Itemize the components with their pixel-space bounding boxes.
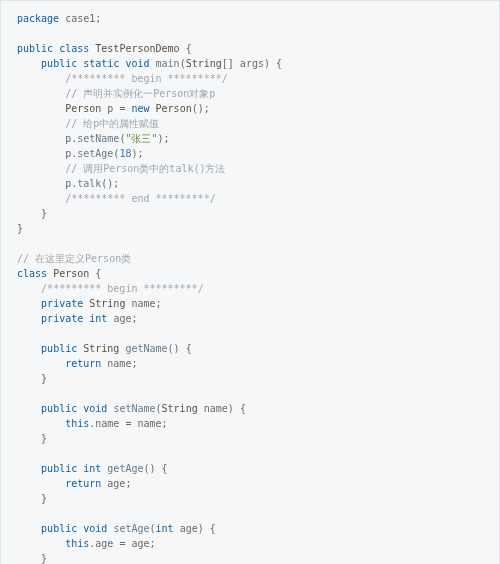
brace: } [17, 223, 23, 234]
kw-return: return [65, 358, 101, 369]
kw-void: void [83, 403, 107, 414]
kw-void: void [125, 58, 149, 69]
arg: age [180, 523, 198, 534]
method: setAge [113, 523, 149, 534]
number: 18 [119, 148, 131, 159]
sig: () [168, 343, 180, 354]
op: = [119, 538, 125, 549]
semi: ; [156, 298, 162, 309]
class-name: Person [53, 268, 89, 279]
brace: } [41, 373, 47, 384]
type: String [83, 343, 119, 354]
semi: ; [131, 358, 137, 369]
call: (); [192, 103, 210, 114]
comment: /********* begin *********/ [41, 283, 204, 294]
kw-return: return [65, 478, 101, 489]
kw-void: void [83, 523, 107, 534]
field: name [95, 418, 119, 429]
paren: ) [198, 523, 204, 534]
kw-public: public [17, 43, 53, 54]
kw-static: static [83, 58, 119, 69]
type: int [89, 313, 107, 324]
var: name [131, 298, 155, 309]
semi: ; [95, 13, 101, 24]
comment: // 在这里定义Person类 [17, 253, 131, 264]
brace: { [95, 268, 101, 279]
arg-type: String [186, 58, 222, 69]
brace: } [41, 553, 47, 564]
arg: args [240, 58, 264, 69]
arg: name [204, 403, 228, 414]
method: talk [77, 178, 101, 189]
semi: ; [131, 313, 137, 324]
kw-public: public [41, 463, 77, 474]
kw-public: public [41, 58, 77, 69]
comment: /********* end *********/ [65, 193, 216, 204]
kw-package: package [17, 13, 59, 24]
var: p [107, 103, 113, 114]
code-block: package case1; public class TestPersonDe… [17, 11, 483, 564]
kw-new: new [131, 103, 149, 114]
kw-class: class [17, 268, 47, 279]
brace: } [41, 208, 47, 219]
semi: ; [162, 418, 168, 429]
pkg-name: case1 [65, 13, 95, 24]
semi: ; [125, 478, 131, 489]
kw-public: public [41, 523, 77, 534]
arg-type: int [156, 523, 174, 534]
call: (); [101, 178, 119, 189]
brace: { [186, 343, 192, 354]
var: age [113, 313, 131, 324]
brace: { [210, 523, 216, 534]
type: int [83, 463, 101, 474]
arg-type: String [162, 403, 198, 414]
op: = [119, 103, 125, 114]
brace: { [276, 58, 282, 69]
kw-this: this [65, 538, 89, 549]
kw-public: public [41, 403, 77, 414]
paren: ) [264, 58, 270, 69]
op: = [125, 418, 131, 429]
var: name [107, 358, 131, 369]
method: setName [77, 133, 119, 144]
brace: { [240, 403, 246, 414]
comment: // 调用Person类中的talk()方法 [65, 163, 225, 174]
brace: } [41, 493, 47, 504]
comment: // 声明并实例化一Person对象p [65, 88, 215, 99]
kw-public: public [41, 343, 77, 354]
arr: [] [222, 58, 234, 69]
kw-private: private [41, 298, 83, 309]
kw-class: class [59, 43, 89, 54]
var: age [107, 478, 125, 489]
kw-private: private [41, 313, 83, 324]
sig: () [143, 463, 155, 474]
method: getAge [107, 463, 143, 474]
kw-this: this [65, 418, 89, 429]
brace: { [186, 43, 192, 54]
type: String [89, 298, 125, 309]
paren: ) [228, 403, 234, 414]
type: Person [65, 103, 101, 114]
field: age [95, 538, 113, 549]
string: "张三" [125, 133, 157, 144]
code: package case1; public class TestPersonDe… [17, 13, 424, 564]
class-name: TestPersonDemo [95, 43, 179, 54]
method: setName [113, 403, 155, 414]
paren: ); [157, 133, 169, 144]
var: name [137, 418, 161, 429]
var: age [131, 538, 149, 549]
method-main: main [156, 58, 180, 69]
comment: // 给p中的属性赋值 [65, 118, 159, 129]
comment: /********* begin *********/ [65, 73, 228, 84]
ctor: Person [156, 103, 192, 114]
method: setAge [77, 148, 113, 159]
code-panel: package case1; public class TestPersonDe… [0, 0, 500, 564]
method: getName [125, 343, 167, 354]
brace: { [162, 463, 168, 474]
paren: ); [131, 148, 143, 159]
brace: } [41, 433, 47, 444]
semi: ; [150, 538, 156, 549]
